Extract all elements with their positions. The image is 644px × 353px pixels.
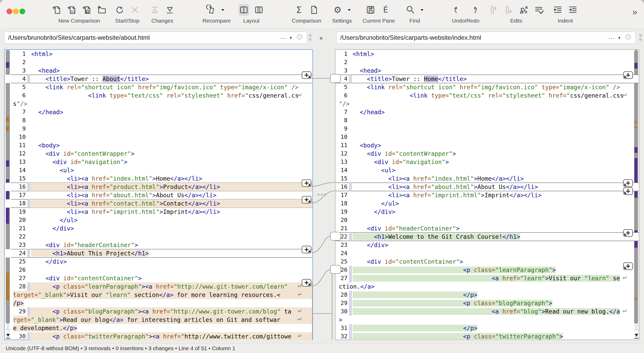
splitter-handle[interactable] bbox=[639, 33, 642, 43]
dropdown-chevron-icon[interactable] bbox=[221, 4, 225, 16]
history-icon[interactable] bbox=[625, 33, 632, 42]
code-rows[interactable]: 1<html>23 <head>4 <title>Tower :: Home</… bbox=[336, 50, 639, 341]
encoding-icon[interactable]: É bbox=[380, 4, 391, 16]
code-rows[interactable]: 1<html>23 <head>4 <title>Tower :: About<… bbox=[5, 50, 312, 341]
code-row[interactable]: /p> bbox=[5, 299, 312, 307]
code-row[interactable]: e development.</p> bbox=[5, 324, 312, 332]
code-row[interactable]: 16 <li><a href="product.html">Product</a… bbox=[5, 183, 312, 191]
code-row[interactable]: 18 <li><a href="contact.html">Contact</a… bbox=[5, 199, 312, 208]
push-down-icon[interactable] bbox=[503, 4, 514, 16]
next-change-button[interactable] bbox=[5, 333, 11, 339]
change-map-mark-purple[interactable] bbox=[6, 160, 9, 167]
code-row[interactable]: 20 </ul> bbox=[5, 216, 312, 224]
code-row[interactable]: 26 <p class="learnParagraph">+ bbox=[336, 266, 639, 274]
start-icon[interactable] bbox=[114, 4, 125, 16]
code-row[interactable]: 22 <h1>Welcome to the Git Crash Course!<… bbox=[336, 233, 639, 241]
code-row[interactable]: 19 </div> bbox=[336, 208, 639, 216]
change-map-mark-purple[interactable] bbox=[634, 158, 638, 198]
code-row[interactable]: > bbox=[336, 316, 639, 324]
code-row[interactable]: 17 <li><a href="about.html">About Us</a>… bbox=[5, 191, 312, 199]
code-row[interactable]: target="_blank">Visit our "learn" sectio… bbox=[5, 291, 312, 299]
outdent-icon[interactable] bbox=[552, 4, 563, 16]
gear-icon[interactable]: ⚙ bbox=[332, 4, 343, 16]
code-row[interactable]: 30 <a href="blog">Read our new blog.</a bbox=[336, 307, 639, 316]
code-row[interactable]: 15 <li><a href="index.html">Home</a></li… bbox=[5, 174, 312, 183]
code-row[interactable]: 10 bbox=[5, 133, 312, 141]
code-row[interactable]: 24 <h1>About This Project</h1>+ bbox=[5, 249, 312, 257]
right-file-path-bar[interactable]: /Users/brunobrito/Sites/carparts-website… bbox=[336, 32, 636, 44]
new-binary-comparison-icon[interactable]: 01 bbox=[66, 4, 77, 16]
code-row[interactable]: 9 bbox=[336, 125, 639, 133]
path-dropdown-icon[interactable]: ▾ bbox=[290, 35, 292, 40]
code-row[interactable]: 1<html> bbox=[336, 50, 639, 58]
close-button[interactable] bbox=[6, 9, 12, 14]
code-row[interactable]: 26 bbox=[5, 266, 312, 274]
copy-change-button[interactable]: + bbox=[623, 229, 633, 237]
change-map-mark-purple[interactable] bbox=[634, 63, 638, 69]
next-change-button[interactable] bbox=[634, 333, 639, 339]
code-row[interactable]: 13 <div id="navigation"> bbox=[336, 158, 639, 166]
code-row[interactable]: 15 <li><a href="index.html">Home</a></li… bbox=[336, 174, 639, 183]
code-row[interactable]: 28 </p> bbox=[336, 291, 639, 299]
code-row[interactable]: 8 bbox=[5, 116, 312, 125]
code-row[interactable]: 28 <p class="learnParagraph"><a href="ht… bbox=[5, 282, 312, 291]
code-row[interactable]: 23 </div> bbox=[336, 241, 639, 249]
new-folder-comparison-icon[interactable] bbox=[96, 4, 107, 16]
code-row[interactable]: "/> bbox=[336, 100, 639, 108]
copy-change-button[interactable]: + bbox=[302, 196, 311, 203]
code-row[interactable]: 23 <div id="headerContainer"> bbox=[5, 241, 312, 249]
code-row[interactable]: 25 </div> bbox=[5, 257, 312, 266]
code-row[interactable]: 13 <div id="navigation"> bbox=[5, 158, 312, 166]
previous-change-button[interactable] bbox=[5, 325, 11, 331]
code-row[interactable]: 5 <link rel="shortcut icon" href="img/fa… bbox=[5, 83, 312, 91]
code-row[interactable]: 11 <body> bbox=[336, 141, 639, 150]
code-row[interactable]: 12 <div id="contentWrapper"> bbox=[5, 150, 312, 158]
code-row[interactable]: 29 <p class="blogParagraph"> bbox=[336, 299, 639, 307]
indent-icon[interactable] bbox=[567, 4, 578, 16]
code-row[interactable]: 29 <p class="blogParagraph"><a href="htt… bbox=[5, 307, 312, 316]
change-map-mark-orange[interactable] bbox=[634, 121, 637, 123]
copy-change-button[interactable]: + bbox=[302, 246, 311, 253]
code-row[interactable]: 7 </head> bbox=[5, 108, 312, 116]
toolbar-overflow-icon[interactable]: » bbox=[632, 7, 637, 17]
code-row[interactable]: 3 <head> bbox=[336, 66, 639, 75]
code-row[interactable]: 6 <link type="text/css" rel="stylesheet"… bbox=[336, 91, 639, 100]
code-row[interactable]: 32 <p class="twitterParagraph"> bbox=[336, 332, 639, 341]
code-row[interactable]: 21 <div id="headerContainer"> bbox=[336, 224, 639, 233]
code-row[interactable]: 8 bbox=[336, 116, 639, 125]
copy-change-button[interactable]: + bbox=[623, 262, 633, 270]
previous-change-icon[interactable] bbox=[149, 4, 160, 16]
redo-icon[interactable] bbox=[468, 4, 479, 16]
new-three-way-comparison-icon[interactable] bbox=[81, 4, 92, 16]
undo-icon[interactable] bbox=[453, 4, 464, 16]
code-row[interactable]: 2 bbox=[336, 58, 639, 66]
code-row[interactable]: 12 <div id="contentWrapper"> bbox=[336, 150, 639, 158]
left-code-pane[interactable]: 1<html>23 <head>4 <title>Tower :: About<… bbox=[4, 49, 313, 340]
code-row[interactable]: 5 <link rel="shortcut icon" href="img/fa… bbox=[336, 83, 639, 91]
two-pane-layout-icon[interactable] bbox=[238, 4, 249, 16]
change-map-mark-purple[interactable] bbox=[634, 147, 638, 153]
path-ellipsis-button[interactable]: … bbox=[608, 33, 615, 40]
code-row[interactable]: 14 <ul> bbox=[336, 166, 639, 174]
code-row[interactable]: 18 </ul> bbox=[336, 199, 639, 208]
zoom-button[interactable] bbox=[19, 9, 25, 14]
dropdown-chevron-icon[interactable] bbox=[347, 4, 352, 16]
code-row[interactable]: 1<html> bbox=[5, 50, 312, 58]
recompare-icon[interactable] bbox=[206, 4, 217, 16]
path-dropdown-icon[interactable]: ▾ bbox=[618, 35, 620, 40]
code-row[interactable]: 19 <li><a href="imprint.html">Imprint</a… bbox=[5, 208, 312, 216]
dropdown-chevron-icon[interactable] bbox=[420, 4, 425, 16]
code-row[interactable]: 2 bbox=[5, 58, 312, 66]
left-file-path-bar[interactable]: /Users/brunobrito/Sites/carparts-website… bbox=[4, 32, 307, 44]
code-row[interactable]: 30 <p class="twitterParagraph"><a href="… bbox=[5, 332, 312, 341]
change-map-mark-orange[interactable] bbox=[6, 117, 9, 122]
code-row[interactable]: rget="_blank">Read our blog</a> for inte… bbox=[5, 316, 312, 324]
change-map-mark-orange[interactable] bbox=[634, 298, 637, 300]
code-row[interactable]: 11 <body> bbox=[5, 141, 312, 150]
change-map-mark-purple[interactable] bbox=[6, 62, 9, 68]
code-row[interactable]: 21 </div> bbox=[5, 224, 312, 233]
code-row[interactable]: 31 </p> bbox=[336, 324, 639, 332]
save-icon[interactable] bbox=[365, 4, 376, 16]
previous-change-button[interactable] bbox=[634, 325, 639, 331]
push-up-icon[interactable] bbox=[488, 4, 499, 16]
